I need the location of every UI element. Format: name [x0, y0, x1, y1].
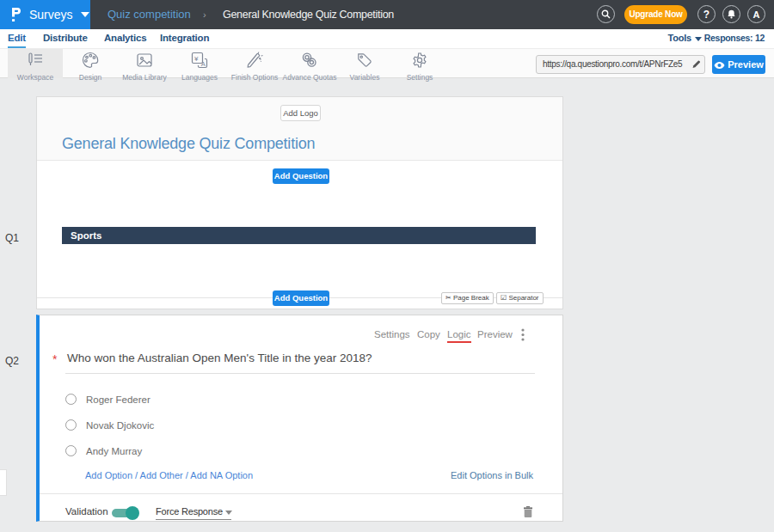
- svg-text:¥: ¥: [194, 55, 199, 63]
- svg-text:A: A: [201, 60, 206, 68]
